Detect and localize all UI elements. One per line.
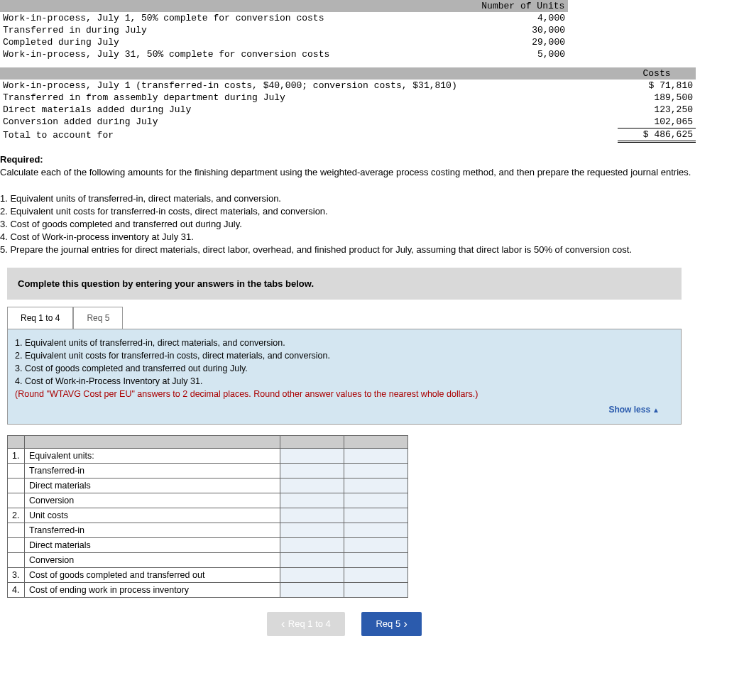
input-uc-blank[interactable]: [280, 508, 344, 523]
input-eu-conv[interactable]: [280, 493, 344, 508]
input-cogcto2[interactable]: [344, 567, 408, 582]
costs-table: Costs Work-in-process, July 1 (transferr…: [0, 67, 696, 143]
input-eu-ti[interactable]: [280, 463, 344, 478]
tab-req-1-4[interactable]: Req 1 to 4: [7, 307, 73, 329]
input-eu-conv2[interactable]: [344, 493, 408, 508]
prev-button[interactable]: Req 1 to 4: [267, 612, 345, 636]
chevron-left-icon: [281, 618, 288, 629]
input-endwip2[interactable]: [344, 582, 408, 597]
tab-req-5[interactable]: Req 5: [73, 307, 123, 329]
input-eu-ti2[interactable]: [344, 463, 408, 478]
units-header: Number of Units: [478, 0, 568, 12]
required-intro: Calculate each of the following amounts …: [0, 166, 744, 179]
next-button[interactable]: Req 5: [361, 612, 421, 636]
chevron-right-icon: [400, 618, 407, 629]
required-section: Required: Calculate each of the followin…: [0, 150, 744, 261]
chevron-up-icon: [650, 405, 660, 415]
input-eu-dm2[interactable]: [344, 478, 408, 493]
show-less-toggle[interactable]: Show less: [15, 404, 674, 416]
units-table: Number of Units Work-in-process, July 1,…: [0, 0, 568, 60]
answers-table: 1.Equivalent units: Transferred-in Direc…: [7, 435, 408, 598]
instruction-box: Complete this question by entering your …: [7, 268, 682, 300]
input-eu-blank[interactable]: [280, 448, 344, 463]
input-uc-blank2[interactable]: [344, 508, 408, 523]
input-uc-conv[interactable]: [280, 552, 344, 567]
input-uc-conv2[interactable]: [344, 552, 408, 567]
tab-instructions-panel: 1. Equivalent units of transferred-in, d…: [7, 329, 682, 425]
tabs-row: Req 1 to 4Req 5: [7, 307, 744, 329]
input-cogcto[interactable]: [280, 567, 344, 582]
input-uc-ti2[interactable]: [344, 523, 408, 537]
input-uc-dm2[interactable]: [344, 537, 408, 552]
costs-header: Costs: [618, 67, 696, 80]
input-uc-ti[interactable]: [280, 523, 344, 537]
input-eu-blank2[interactable]: [344, 448, 408, 463]
input-uc-dm[interactable]: [280, 537, 344, 552]
nav-buttons: Req 1 to 4 Req 5: [7, 612, 682, 636]
input-eu-dm[interactable]: [280, 478, 344, 493]
input-endwip[interactable]: [280, 582, 344, 597]
required-heading: Required:: [0, 154, 43, 165]
